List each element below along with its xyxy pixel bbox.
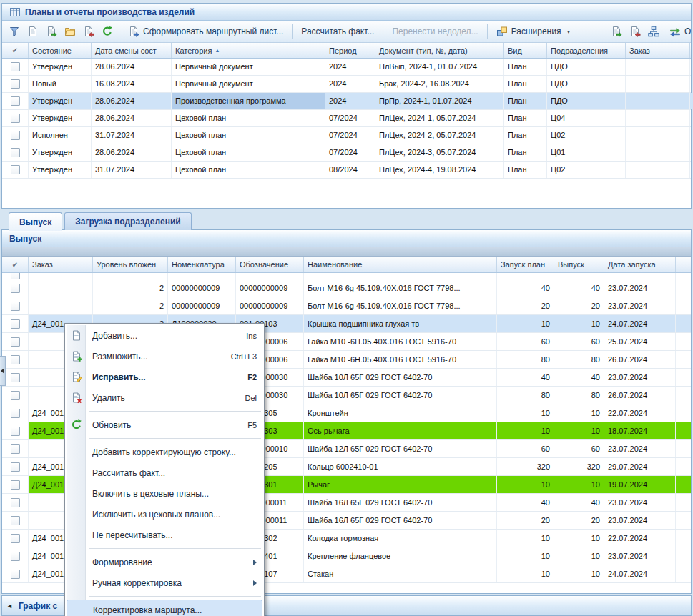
tab[interactable]: Загрузка подразделений	[64, 212, 191, 230]
hierarchy-button[interactable]	[644, 23, 663, 40]
cell: Утвержден	[29, 110, 92, 126]
column-header[interactable]: Категория▲	[172, 43, 325, 58]
table-row[interactable]	[2, 273, 691, 279]
row-checkbox[interactable]	[11, 284, 20, 293]
table-row[interactable]: Исполнен31.07.2024Цеховой план07/2024ПлЦ…	[2, 127, 691, 144]
row-checkbox[interactable]	[11, 444, 20, 454]
column-header[interactable]: Период	[325, 43, 375, 58]
cell: 19.07.2024	[604, 476, 676, 493]
menu-item[interactable]: Ручная корректировка	[67, 572, 262, 593]
row-checkbox[interactable]	[11, 165, 20, 174]
filter-button[interactable]	[5, 23, 24, 40]
menu-item[interactable]: ОбновитьF5	[67, 414, 262, 435]
open-folder-button[interactable]	[61, 23, 79, 40]
cell: Кольцо 6002410-01	[304, 458, 497, 475]
export-document-button[interactable]	[79, 23, 98, 40]
column-header[interactable]: Наименование	[304, 257, 497, 272]
row-checkbox[interactable]	[11, 516, 20, 525]
column-header[interactable]: Состояние	[29, 43, 92, 58]
table-row[interactable]: 20000000000900000000009Болт М16-6g 45.10…	[2, 279, 691, 297]
menu-item[interactable]: Включить в цеховые планы...	[67, 483, 262, 504]
form-route-sheet-button[interactable]: Сформировать маршрутный лист...	[122, 23, 290, 40]
menu-item[interactable]: Корректировка маршрута...	[67, 600, 262, 616]
cell: Ц01	[547, 144, 626, 161]
column-header[interactable]: Дата запуска	[604, 257, 676, 272]
new-document-button[interactable]	[24, 23, 42, 40]
row-checkbox[interactable]	[11, 62, 20, 71]
row-checkbox[interactable]	[11, 373, 20, 382]
export-plan-button[interactable]	[626, 23, 644, 40]
row-checkbox[interactable]	[11, 337, 20, 347]
column-header[interactable]: Дата смены сост	[92, 43, 172, 58]
column-header[interactable]: Уровень вложен	[93, 257, 168, 272]
menu-item[interactable]: Исключить из цеховых планов...	[67, 504, 262, 525]
column-header[interactable]: Документ (тип, №, дата)	[375, 43, 504, 58]
select-all-header[interactable]: ✔	[2, 257, 29, 272]
column-header[interactable]: Заказ	[29, 257, 93, 272]
splitter-collapse-handle[interactable]	[0, 356, 6, 386]
table-row[interactable]: Утвержден28.06.2024Цеховой план07/2024Пл…	[2, 144, 691, 162]
row-checkbox[interactable]	[11, 480, 20, 490]
row-checkbox[interactable]	[11, 79, 20, 89]
table-row[interactable]: 20000000000900000000009Болт М16-6g 45.10…	[2, 297, 691, 315]
column-header[interactable]: Заказ	[626, 43, 690, 58]
row-checkbox[interactable]	[11, 427, 20, 436]
menu-item[interactable]: УдалитьDel	[67, 387, 262, 408]
menu-item[interactable]: Формирование	[67, 552, 262, 572]
row-checkbox[interactable]	[11, 570, 20, 579]
row-checkbox[interactable]	[11, 552, 20, 561]
row-checkbox[interactable]	[11, 131, 20, 140]
column-header[interactable]: Запуск план	[497, 257, 554, 272]
cell: ПлЦех, 2024-3, 05.07.2024	[375, 144, 504, 161]
table-row[interactable]: Утвержден28.06.2024Первичный документ202…	[2, 59, 691, 76]
row-checkbox[interactable]	[11, 114, 20, 123]
column-header[interactable]: Выпуск	[554, 257, 604, 272]
row-checkbox[interactable]	[11, 273, 20, 279]
copy-document-button[interactable]	[42, 23, 61, 40]
menu-item[interactable]: Добавить...Ins	[67, 325, 262, 346]
refresh-icon	[102, 26, 113, 37]
table-row[interactable]: Утвержден28.06.2024Производственная прог…	[2, 93, 691, 110]
refresh-button[interactable]	[98, 23, 117, 40]
row-checkbox[interactable]	[11, 462, 20, 472]
row-checkbox[interactable]	[11, 96, 20, 106]
cell: 25.07.2024	[604, 333, 676, 350]
cell: ПДО	[547, 59, 626, 75]
row-checkbox[interactable]	[11, 355, 20, 364]
menu-item[interactable]: Рассчитать факт...	[67, 462, 262, 483]
cell: 40	[497, 494, 554, 511]
menu-item[interactable]: Размножить...Ctrl+F3	[67, 346, 262, 367]
scroll-left-icon[interactable]: ◄	[6, 602, 13, 610]
table-row[interactable]: Утвержден31.07.2024Цеховой план08/2024Пл…	[2, 162, 691, 179]
toolbar-right: Обм...	[607, 21, 691, 42]
column-header[interactable]: Обозначение	[236, 257, 304, 272]
row-checkbox[interactable]	[11, 534, 20, 543]
row-checkbox[interactable]	[11, 302, 20, 311]
menu-item[interactable]: Не пересчитывать...	[67, 525, 262, 545]
column-header[interactable]: Вид	[504, 43, 547, 58]
cell: 10	[497, 547, 554, 565]
select-all-header[interactable]: ✔	[2, 43, 29, 58]
row-checkbox[interactable]	[11, 498, 20, 507]
menu-item[interactable]: Исправить...F2	[67, 367, 262, 387]
row-checkbox[interactable]	[11, 409, 20, 418]
cell: Ц02	[547, 127, 626, 144]
table-row[interactable]: Новый16.08.2024Первичный документ2024Бра…	[2, 76, 691, 93]
table-row[interactable]: Утвержден28.06.2024Цеховой план07/2024Пл…	[2, 110, 691, 127]
row-checkbox[interactable]	[11, 391, 20, 400]
tab[interactable]: Выпуск	[9, 212, 62, 231]
exchange-button[interactable]: Обм...	[663, 23, 691, 40]
menu-item[interactable]: Добавить корректирующую строку...	[67, 442, 262, 462]
cell-filler	[690, 93, 693, 109]
calculate-fact-button[interactable]: Рассчитать факт...	[295, 23, 380, 40]
column-header[interactable]: Подразделения	[547, 43, 626, 58]
import-plan-button[interactable]	[607, 23, 626, 40]
row-checkbox[interactable]	[11, 148, 20, 157]
extensions-button[interactable]: Расширения▼	[490, 23, 578, 40]
row-checkbox[interactable]	[11, 319, 20, 329]
cell: Стакан	[304, 565, 497, 582]
column-header[interactable]: Номенклатура	[168, 257, 236, 272]
toolbar-separator	[487, 24, 488, 39]
cell	[626, 162, 690, 178]
cell: Крепление фланцевое	[304, 547, 497, 565]
